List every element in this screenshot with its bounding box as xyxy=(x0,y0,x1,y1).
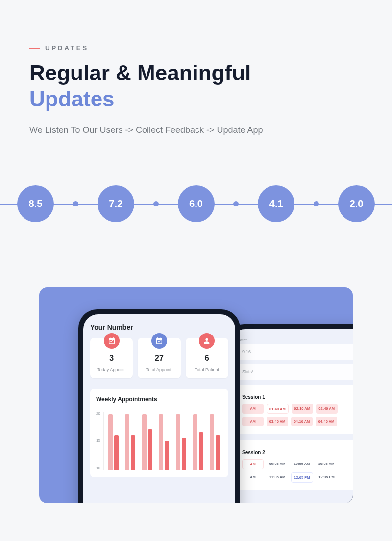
headline-line-2: Updates xyxy=(29,87,115,111)
session-1-block: Session 1 AM01:40 AM02:10 AM02:40 AMAM03… xyxy=(237,385,353,434)
bar-series-a xyxy=(210,414,214,470)
bar-series-b xyxy=(216,435,220,470)
chart-title: Weekly Appointments xyxy=(96,396,222,403)
stat-label: Total Patient xyxy=(188,367,226,372)
timeline-dot xyxy=(73,201,78,206)
version-timeline: 8.57.26.04.12.0 xyxy=(29,184,363,224)
stat-value: 6 xyxy=(188,354,226,362)
time-slot[interactable]: AM xyxy=(242,417,264,426)
bar-group xyxy=(142,412,152,470)
bar-group xyxy=(159,412,169,470)
y-tick: 15 xyxy=(96,438,100,443)
time-slot[interactable]: 04:40 AM xyxy=(316,417,337,426)
y-tick: 20 xyxy=(96,412,100,416)
slot-row: AM03:40 AM04:10 AM04:40 AM xyxy=(242,417,353,426)
version-node[interactable]: 4.1 xyxy=(258,185,294,222)
bar-series-a xyxy=(176,414,180,470)
version-node[interactable]: 6.0 xyxy=(178,185,215,222)
time-slot[interactable]: 10:35 AM xyxy=(316,459,337,469)
time-slot[interactable]: 12:05 PM xyxy=(291,472,313,483)
phone-mockup-left: Your Number 3Today Appoint.27Total Appoi… xyxy=(78,309,240,503)
phone-screen-left: Your Number 3Today Appoint.27Total Appoi… xyxy=(83,314,235,503)
bar-series-a xyxy=(159,414,163,470)
stat-value: 3 xyxy=(92,354,131,362)
time-slot[interactable]: AM xyxy=(242,404,264,414)
chart-bars xyxy=(103,412,222,470)
session-2-title: Session 2 xyxy=(242,450,353,455)
session-1-title: Session 1 xyxy=(242,394,353,400)
bar-series-a xyxy=(108,414,113,470)
session-2-block: Session 2 AM09:35 AM10:05 AM10:35 AMAM11… xyxy=(237,440,353,490)
phone-screen-right: Date* 9-16 Slots* Session 1 AM01:40 AM02… xyxy=(230,329,353,503)
stat-value: 27 xyxy=(140,354,178,362)
time-slot[interactable]: AM xyxy=(242,472,264,483)
bar-series-b xyxy=(131,435,135,470)
time-slot[interactable]: AM xyxy=(242,459,264,469)
date-field[interactable]: 9-16 xyxy=(237,344,353,360)
time-slot[interactable]: 02:10 AM xyxy=(292,404,313,414)
stat-card[interactable]: 6Total Patient xyxy=(186,338,228,378)
timeline-dot xyxy=(233,201,239,206)
time-slot[interactable]: 10:05 AM xyxy=(291,459,313,469)
slot-row: AM11:35 AM12:05 PM12:35 PM xyxy=(242,472,353,483)
version-node[interactable]: 8.5 xyxy=(17,185,54,222)
bar-series-b xyxy=(182,438,186,470)
page-headline: Regular & Meaningful Updates xyxy=(29,60,363,112)
your-number-title: Your Number xyxy=(90,323,228,331)
slot-row: AM01:40 AM02:10 AM02:40 AM xyxy=(242,404,353,414)
time-slot[interactable]: 04:10 AM xyxy=(291,417,313,426)
bar-series-b xyxy=(165,441,169,470)
stat-label: Today Appoint. xyxy=(92,367,131,372)
subtext: We Listen To Our Users -> Collect Feedba… xyxy=(29,125,363,135)
time-slot[interactable]: 03:40 AM xyxy=(267,417,288,426)
phone-mockup-right: Date* 9-16 Slots* Session 1 AM01:40 AM02… xyxy=(225,324,353,503)
timeline-dot xyxy=(153,201,159,206)
slots-label: Slots* xyxy=(242,369,254,374)
timeline-dot xyxy=(314,201,319,206)
bar-group xyxy=(210,412,220,470)
bar-series-b xyxy=(114,435,119,470)
stat-label: Total Appoint. xyxy=(140,367,178,372)
user-nurse-icon xyxy=(199,333,215,349)
eyebrow-line xyxy=(29,48,40,49)
time-slot[interactable]: 09:35 AM xyxy=(267,459,288,469)
date-field-label: Date* xyxy=(237,338,353,342)
bar-series-b xyxy=(148,429,152,470)
time-slot[interactable]: 02:40 AM xyxy=(316,404,338,414)
bar-group xyxy=(108,412,119,470)
bar-series-b xyxy=(199,432,203,470)
version-node[interactable]: 7.2 xyxy=(98,185,134,222)
chart-y-axis: 201510 xyxy=(96,412,103,470)
stat-card[interactable]: 3Today Appoint. xyxy=(90,338,133,378)
bar-series-a xyxy=(142,414,147,470)
date-value: 9-16 xyxy=(242,349,251,354)
bar-group xyxy=(193,412,203,470)
bar-group xyxy=(125,412,135,470)
calendar-check-icon xyxy=(151,333,167,349)
slots-field[interactable]: Slots* xyxy=(237,364,353,380)
slot-row: AM09:35 AM10:05 AM10:35 AM xyxy=(242,459,353,469)
version-node[interactable]: 2.0 xyxy=(338,185,375,222)
weekly-appointments-chart: Weekly Appointments 201510 xyxy=(90,389,228,477)
y-tick: 10 xyxy=(96,466,100,470)
eyebrow: UPDATES xyxy=(29,44,363,52)
time-slot[interactable]: 11:35 AM xyxy=(267,472,288,483)
bar-group xyxy=(176,412,186,470)
stat-card[interactable]: 27Total Appoint. xyxy=(138,338,180,378)
calendar-check-icon xyxy=(104,333,120,349)
time-slot[interactable]: 01:40 AM xyxy=(267,404,289,414)
time-slot[interactable]: 12:35 PM xyxy=(316,472,338,483)
preview-panel: Your Number 3Today Appoint.27Total Appoi… xyxy=(39,287,353,503)
eyebrow-text: UPDATES xyxy=(45,44,89,52)
bar-series-a xyxy=(193,414,197,470)
bar-series-a xyxy=(125,414,129,470)
headline-line-1: Regular & Meaningful xyxy=(29,61,251,85)
